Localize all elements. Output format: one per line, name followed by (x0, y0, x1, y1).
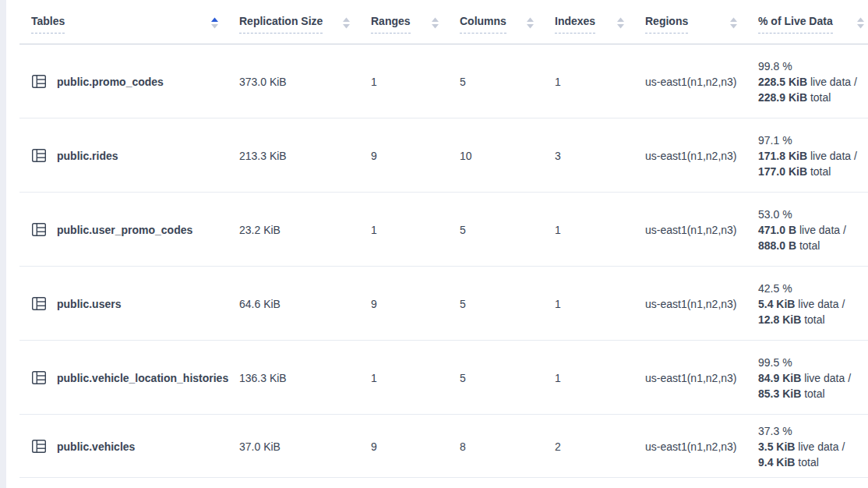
table-icon (31, 439, 47, 454)
columns-cell: 5 (460, 193, 555, 267)
columns-value: 10 (460, 150, 472, 162)
table-row[interactable]: public.vehicle_location_histories 136.3 … (6, 341, 868, 415)
live-data-cell: 42.5 % 5.4 KiB live data / 12.8 KiB tota… (758, 267, 868, 341)
columns-value: 8 (460, 440, 466, 453)
columns-value: 5 (460, 76, 466, 88)
table-row[interactable]: public.promo_codes 373.0 KiB 1 5 1 us-ea… (6, 44, 868, 118)
indexes-cell: 1 (555, 267, 645, 341)
live-data-cell: 97.1 % 171.8 KiB live data / 177.0 KiB t… (758, 118, 868, 193)
live-data-percent: 99.8 % (758, 58, 792, 74)
table-icon (31, 370, 47, 385)
replication-size-cell: 37.0 KiB (239, 415, 371, 478)
indexes-cell: 1 (555, 44, 645, 118)
table-name-cell: public.user_promo_codes (6, 193, 239, 267)
regions-cell: us-east1(n1,n2,n3) (645, 341, 758, 415)
table-body: public.promo_codes 373.0 KiB 1 5 1 us-ea… (6, 44, 868, 478)
columns-value: 5 (460, 372, 466, 384)
column-header-ranges[interactable]: Ranges (371, 0, 460, 44)
database-tables-page: Tables Replication Size Ranges Columns (0, 0, 868, 488)
table-name-cell: public.users (6, 267, 239, 341)
ranges-value: 1 (371, 76, 377, 88)
table-icon (31, 74, 47, 89)
replication-size-value: 23.2 KiB (239, 224, 281, 236)
table-name-link[interactable]: public.promo_codes (57, 76, 164, 88)
table-name-cell: public.rides (6, 118, 239, 193)
table-name-link[interactable]: public.users (57, 298, 121, 310)
column-header-label: Tables (31, 15, 65, 34)
column-header-label: Ranges (371, 15, 411, 34)
live-data-cell: 99.5 % 84.9 KiB live data / 85.3 KiB tot… (758, 341, 868, 415)
table-name-link[interactable]: public.vehicles (57, 440, 135, 453)
table-name-cell: public.promo_codes (6, 44, 239, 118)
regions-cell: us-east1(n1,n2,n3) (645, 193, 758, 267)
ranges-cell: 1 (371, 193, 460, 267)
table-name-link[interactable]: public.vehicle_location_histories (57, 372, 228, 384)
indexes-value: 3 (555, 150, 561, 162)
ranges-value: 1 (371, 372, 377, 384)
replication-size-value: 373.0 KiB (239, 76, 287, 88)
regions-value: us-east1(n1,n2,n3) (645, 150, 737, 162)
columns-cell: 10 (460, 118, 555, 193)
sort-icon (729, 17, 738, 31)
column-header-indexes[interactable]: Indexes (555, 0, 645, 44)
columns-cell: 5 (460, 267, 555, 341)
total-data-line: 12.8 KiB total (758, 312, 825, 327)
sort-icon (856, 17, 865, 31)
page-left-gutter (0, 0, 6, 488)
live-data-percent: 99.5 % (758, 355, 792, 370)
table-icon (31, 148, 47, 163)
table-header-row: Tables Replication Size Ranges Columns (6, 0, 868, 44)
replication-size-cell: 373.0 KiB (239, 44, 371, 118)
total-data-line: 177.0 KiB total (758, 164, 831, 179)
column-header-live-data[interactable]: % of Live Data (758, 0, 868, 44)
columns-cell: 8 (460, 415, 555, 478)
column-header-label: Replication Size (239, 15, 323, 34)
sort-icon (210, 17, 219, 31)
sort-icon (616, 17, 625, 31)
live-data-percent: 53.0 % (758, 207, 792, 222)
total-data-line: 228.9 KiB total (758, 90, 831, 105)
live-data-percent: 42.5 % (758, 281, 792, 296)
replication-size-cell: 23.2 KiB (239, 193, 371, 267)
column-header-replication-size[interactable]: Replication Size (239, 0, 371, 44)
columns-value: 5 (460, 224, 466, 236)
replication-size-cell: 213.3 KiB (239, 118, 371, 193)
regions-value: us-east1(n1,n2,n3) (645, 440, 737, 453)
live-data-line: 84.9 KiB live data / (758, 370, 851, 386)
live-data-line: 3.5 KiB live data / (758, 439, 845, 454)
live-data-line: 228.5 KiB live data / (758, 74, 857, 90)
table-row[interactable]: public.rides 213.3 KiB 9 10 3 us-east1(n… (6, 118, 868, 193)
ranges-cell: 9 (371, 415, 460, 478)
total-data-line: 85.3 KiB total (758, 386, 825, 401)
regions-value: us-east1(n1,n2,n3) (645, 372, 737, 384)
regions-cell: us-east1(n1,n2,n3) (645, 118, 758, 193)
regions-value: us-east1(n1,n2,n3) (645, 224, 737, 236)
tables-list-card: Tables Replication Size Ranges Columns (6, 0, 868, 488)
regions-cell: us-east1(n1,n2,n3) (645, 415, 758, 478)
column-header-regions[interactable]: Regions (645, 0, 758, 44)
table-name-cell: public.vehicles (6, 415, 239, 478)
column-header-tables[interactable]: Tables (6, 0, 239, 44)
regions-value: us-east1(n1,n2,n3) (645, 76, 737, 88)
replication-size-value: 64.6 KiB (239, 298, 281, 310)
column-header-columns[interactable]: Columns (460, 0, 555, 44)
column-header-label: % of Live Data (758, 15, 833, 34)
live-data-percent: 37.3 % (758, 423, 792, 439)
ranges-value: 1 (371, 224, 377, 236)
total-data-line: 9.4 KiB total (758, 454, 819, 470)
ranges-value: 9 (371, 298, 377, 310)
sort-icon (342, 17, 351, 31)
indexes-value: 1 (555, 372, 561, 384)
live-data-cell: 99.8 % 228.5 KiB live data / 228.9 KiB t… (758, 44, 868, 118)
table-row[interactable]: public.vehicles 37.0 KiB 9 8 2 us-east1(… (6, 415, 868, 478)
sort-icon (526, 17, 535, 31)
live-data-percent: 97.1 % (758, 133, 792, 148)
columns-cell: 5 (460, 44, 555, 118)
indexes-cell: 1 (555, 341, 645, 415)
table-row[interactable]: public.user_promo_codes 23.2 KiB 1 5 1 u… (6, 193, 868, 267)
table-name-cell: public.vehicle_location_histories (6, 341, 239, 415)
indexes-value: 1 (555, 76, 561, 88)
table-name-link[interactable]: public.rides (57, 150, 118, 162)
table-row[interactable]: public.users 64.6 KiB 9 5 1 us-east1(n1,… (6, 267, 868, 341)
table-name-link[interactable]: public.user_promo_codes (57, 224, 192, 236)
